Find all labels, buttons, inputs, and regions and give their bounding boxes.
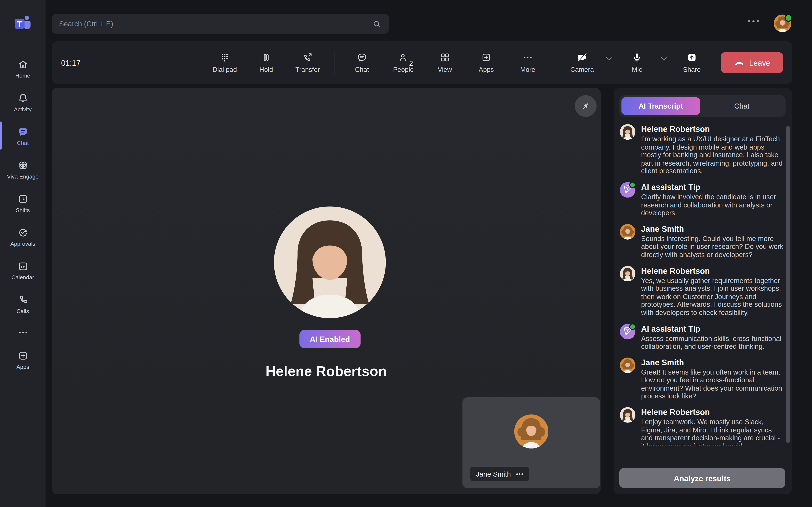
viva-icon (17, 159, 29, 171)
sidebar-item-label: Home (15, 72, 30, 78)
camera-button[interactable]: Camera (561, 52, 603, 73)
transfer-button[interactable]: Transfer (287, 52, 328, 73)
share-icon (686, 52, 698, 63)
transcript-message: AI assistant Tip Assess communication sk… (620, 324, 783, 351)
pip-participant-name: Jane Smith (476, 470, 511, 478)
message-avatar (620, 124, 635, 139)
calendar-icon (17, 260, 29, 272)
tab-ai-transcript[interactable]: AI Transcript (621, 97, 700, 115)
hang-up-icon (733, 57, 744, 68)
people-count-badge: 2 (409, 60, 413, 67)
message-text: Yes, we usually gather requirements toge… (641, 277, 783, 317)
pip-more-icon[interactable] (515, 470, 523, 478)
hold-button[interactable]: Hold (246, 52, 287, 73)
people-button[interactable]: People2 (383, 52, 424, 73)
dial-pad-button[interactable]: Dial pad (204, 52, 246, 73)
transcript-message: Helene Robertson I’m working as a UX/UI … (620, 124, 783, 175)
sidebar-item-activity[interactable]: Activity (0, 88, 46, 116)
chatBubble-icon (356, 52, 368, 63)
participant-avatar (274, 207, 386, 318)
call-toolbar: 01:17 Dial padHoldTransferChatPeople2Vie… (52, 41, 792, 84)
minimize-icon (580, 100, 592, 112)
sidebar-item-label: Approvals (10, 241, 35, 247)
panel-tabs: AI Transcript Chat (619, 95, 785, 117)
people-icon (398, 52, 409, 63)
sidebar-item-shifts[interactable]: Shifts (0, 189, 46, 217)
toolbar-divider (555, 50, 555, 75)
participant-name: Helene Robertson (52, 364, 601, 380)
sidebar-item-chat[interactable]: Chat (0, 122, 46, 150)
message-avatar (620, 224, 635, 239)
message-text: I enjoy teamwork. We mostly use Slack, F… (641, 418, 783, 446)
leave-button[interactable]: Leave (721, 52, 783, 73)
mic-button[interactable]: Mic (616, 52, 658, 73)
message-text: Sounds interesting. Could you tell me mo… (641, 235, 783, 259)
analyze-results-button[interactable]: Analyze results (619, 468, 785, 488)
share-button[interactable]: Share (671, 52, 713, 73)
message-avatar (620, 266, 635, 281)
pip-name-label: Jane Smith (470, 467, 529, 481)
transcript-scrollbar[interactable] (786, 126, 790, 443)
message-body: Helene Robertson I’m working as a UX/UI … (641, 124, 783, 175)
toolbar-item-label: Camera (570, 66, 594, 73)
pip-tile[interactable]: Jane Smith (462, 397, 600, 489)
message-avatar (620, 407, 635, 423)
sidebar-item-apps[interactable]: Apps (0, 346, 46, 374)
toolbar-item-label: Transfer (295, 66, 320, 73)
appsPlus-icon (480, 52, 492, 63)
transcript-message: Helene Robertson I enjoy teamwork. We mo… (620, 407, 783, 446)
more-button[interactable]: More (507, 52, 549, 73)
home-icon (17, 59, 29, 70)
camera-icon (576, 52, 588, 63)
minimize-stage-button[interactable] (575, 95, 597, 117)
sidebar-item-more[interactable] (0, 324, 46, 342)
message-body: Helene Robertson Yes, we usually gather … (641, 266, 783, 317)
transcript-panel: AI Transcript Chat Helene Robertson I’m … (614, 88, 792, 494)
transcript-list: Helene Robertson I’m working as a UX/UI … (620, 124, 783, 446)
message-speaker: Helene Robertson (641, 124, 783, 134)
chevron-down-icon[interactable] (657, 53, 671, 63)
transcript-message: Helene Robertson Yes, we usually gather … (620, 266, 783, 317)
sidebar-item-label: Shifts (16, 207, 30, 213)
transcript-message: AI assistant Tip Clarify how involved th… (620, 182, 783, 217)
message-avatar (620, 324, 635, 339)
teams-logo-icon[interactable] (12, 13, 33, 34)
message-body: Jane Smith Sounds interesting. Could you… (641, 224, 783, 259)
message-speaker: Helene Robertson (641, 407, 783, 417)
search-input[interactable]: Search (Ctrl + E) (52, 14, 389, 34)
transfer-icon (302, 52, 313, 63)
ai-enabled-badge: AI Enabled (299, 330, 360, 348)
search-icon (372, 19, 382, 29)
presence-dot (629, 182, 636, 188)
message-body: Jane Smith Great! It seems like you ofte… (641, 357, 783, 400)
call-timer: 01:17 (61, 58, 118, 67)
search-placeholder: Search (Ctrl + E) (59, 20, 372, 28)
sidebar-item-viva-engage[interactable]: Viva Engage (0, 155, 46, 183)
sidebar-item-calls[interactable]: Calls (0, 290, 46, 318)
message-text: Assess communication skills, cross-funct… (641, 334, 783, 350)
mic-icon (631, 52, 643, 63)
calls-icon (17, 294, 29, 306)
dialpad-icon (219, 52, 231, 63)
pip-avatar (514, 414, 549, 449)
tab-chat[interactable]: Chat (700, 102, 783, 110)
sidebar-item-label: Viva Engage (7, 173, 39, 179)
sidebar-item-calendar[interactable]: Calendar (0, 256, 46, 284)
sidebar-item-label: Calls (16, 308, 29, 314)
approvals-icon (17, 227, 29, 238)
presence-dot (784, 14, 792, 22)
sidebar-item-label: Calendar (11, 274, 34, 280)
more-options-icon[interactable] (747, 17, 760, 25)
sidebar-item-home[interactable]: Home (0, 54, 46, 82)
chat-button[interactable]: Chat (341, 52, 383, 73)
view-icon (439, 52, 451, 63)
message-avatar (620, 357, 635, 373)
toolbar-items: Dial padHoldTransferChatPeople2ViewAppsM… (204, 41, 713, 84)
sidebar-item-approvals[interactable]: Approvals (0, 222, 46, 250)
sidebar-item-label: Chat (17, 139, 29, 146)
view-button[interactable]: View (424, 52, 466, 73)
chevron-down-icon[interactable] (602, 53, 616, 63)
user-avatar[interactable] (774, 14, 791, 32)
toolbar-item-label: Chat (355, 66, 369, 73)
apps-button[interactable]: Apps (466, 52, 507, 73)
